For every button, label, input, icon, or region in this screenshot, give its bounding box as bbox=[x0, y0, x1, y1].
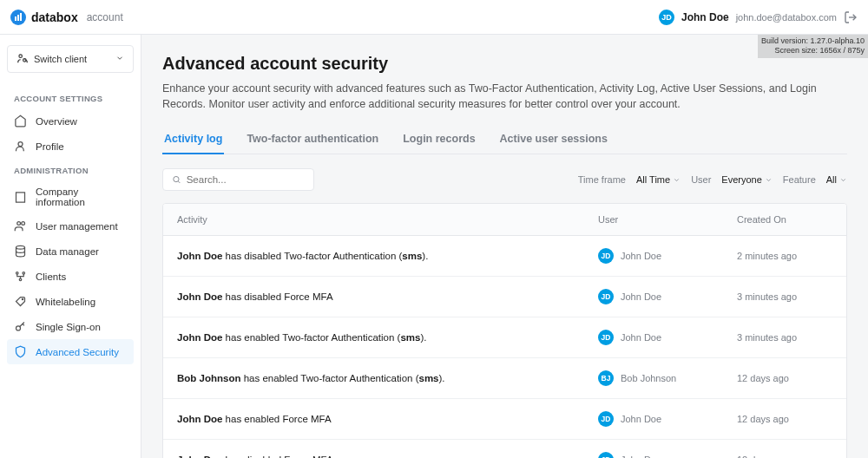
sidebar-item-label: Profile bbox=[36, 141, 64, 152]
table-row: Bob Johnson has enabled Two-factor Authe… bbox=[163, 358, 846, 399]
sidebar-item-label: Single Sign-on bbox=[36, 322, 101, 332]
user-name: John Doe bbox=[681, 11, 729, 23]
svg-rect-7 bbox=[16, 192, 25, 201]
sidebar-item-label: Clients bbox=[36, 272, 66, 282]
page-subhead: Enhance your account security with advan… bbox=[162, 81, 847, 112]
activity-cell: John Doe has disabled Force MFA bbox=[177, 291, 598, 302]
svg-point-4 bbox=[19, 55, 23, 57]
user-cell: JDJohn Doe bbox=[598, 289, 737, 304]
build-version: Build version: 1.27.0-alpha.10 bbox=[761, 36, 865, 46]
sidebar: Switch client ACCOUNT SETTINGS Overview … bbox=[0, 35, 141, 458]
sidebar-item-data-manager[interactable]: Data manager bbox=[7, 239, 134, 264]
avatar: BJ bbox=[598, 370, 614, 386]
sidebar-item-profile[interactable]: Profile bbox=[7, 134, 134, 159]
filter-feature-label: Feature bbox=[783, 174, 816, 185]
sidebar-item-label: Overview bbox=[36, 116, 77, 127]
created-cell: 3 minutes ago bbox=[737, 291, 832, 302]
user-name-cell: John Doe bbox=[621, 251, 661, 261]
controls-row: Time frame All Time User Everyone Featur… bbox=[162, 168, 847, 191]
shield-icon bbox=[14, 345, 27, 358]
sidebar-item-whitelabeling[interactable]: Whitelabeling bbox=[7, 289, 134, 314]
svg-point-18 bbox=[19, 278, 22, 281]
filters: Time frame All Time User Everyone Featur… bbox=[578, 174, 847, 185]
tab-two-factor-authentication[interactable]: Two-factor authentication bbox=[245, 128, 380, 154]
avatar: JD bbox=[598, 248, 614, 264]
svg-rect-2 bbox=[20, 13, 22, 21]
tab-active-user-sessions[interactable]: Active user sessions bbox=[498, 128, 609, 154]
tab-login-records[interactable]: Login records bbox=[401, 128, 477, 154]
tag-icon bbox=[14, 295, 27, 308]
user-name-cell: John Doe bbox=[621, 455, 661, 458]
switch-client-icon bbox=[16, 52, 29, 66]
topbar-user[interactable]: JD John Doe john.doe@databox.com bbox=[659, 10, 858, 25]
sidebar-item-single-sign-on[interactable]: Single Sign-on bbox=[7, 314, 134, 339]
svg-point-16 bbox=[16, 272, 19, 275]
svg-point-19 bbox=[22, 298, 23, 299]
svg-point-13 bbox=[17, 222, 21, 226]
svg-point-17 bbox=[23, 272, 25, 275]
search-input[interactable] bbox=[187, 174, 305, 185]
filter-user-label: User bbox=[691, 174, 711, 185]
user-cell: JDJohn Doe bbox=[598, 330, 737, 345]
switch-client-dropdown[interactable]: Switch client bbox=[7, 45, 134, 73]
chevron-down-icon bbox=[765, 176, 773, 184]
sidebar-item-label: Whitelabeling bbox=[36, 297, 95, 307]
avatar: JD bbox=[598, 289, 614, 304]
created-cell: 12 days ago bbox=[737, 373, 832, 383]
avatar: JD bbox=[598, 411, 614, 427]
table-row: John Doe has enabled Force MFAJDJohn Doe… bbox=[163, 399, 846, 440]
section-account-settings: ACCOUNT SETTINGS bbox=[7, 87, 134, 108]
brand[interactable]: databox account bbox=[10, 10, 123, 25]
chevron-down-icon bbox=[115, 54, 124, 64]
brand-name: databox bbox=[31, 10, 78, 24]
user-email: john.doe@databox.com bbox=[736, 12, 837, 23]
page-title: Advanced account security bbox=[162, 54, 847, 74]
col-activity: Activity bbox=[177, 214, 598, 225]
build-badge: Build version: 1.27.0-alpha.10 Screen si… bbox=[758, 35, 868, 58]
avatar: JD bbox=[598, 452, 614, 458]
tab-activity-log[interactable]: Activity log bbox=[162, 128, 224, 154]
filter-user-value[interactable]: Everyone bbox=[721, 174, 772, 185]
sidebar-item-label: User management bbox=[36, 221, 118, 232]
sidebar-item-user-management[interactable]: User management bbox=[7, 213, 134, 239]
user-cell: JDJohn Doe bbox=[598, 248, 737, 264]
switch-client-label: Switch client bbox=[34, 54, 87, 64]
brand-logo-icon bbox=[10, 10, 26, 25]
user-cell: JDJohn Doe bbox=[598, 452, 737, 458]
svg-rect-1 bbox=[17, 15, 19, 21]
svg-line-22 bbox=[178, 181, 180, 183]
database-icon bbox=[14, 245, 27, 258]
sidebar-item-label: Company information bbox=[36, 186, 127, 207]
sidebar-item-clients[interactable]: Clients bbox=[7, 264, 134, 289]
svg-point-21 bbox=[174, 177, 179, 182]
user-name-cell: John Doe bbox=[621, 332, 661, 343]
search-box[interactable] bbox=[162, 168, 314, 191]
created-cell: 12 days ago bbox=[737, 455, 832, 458]
filter-feature-value[interactable]: All bbox=[826, 174, 847, 185]
sidebar-item-advanced-security[interactable]: Advanced Security bbox=[7, 339, 134, 364]
chevron-down-icon bbox=[839, 176, 847, 184]
svg-point-6 bbox=[18, 142, 23, 147]
activity-cell: John Doe has enabled Two-factor Authenti… bbox=[177, 332, 598, 343]
sidebar-item-company-information[interactable]: Company information bbox=[7, 180, 134, 213]
main-content: Advanced account security Enhance your a… bbox=[141, 35, 868, 458]
building-icon bbox=[14, 191, 27, 204]
created-cell: 12 days ago bbox=[737, 414, 832, 424]
table-row: John Doe has disabled Force MFAJDJohn Do… bbox=[163, 440, 846, 458]
table-header: Activity User Created On bbox=[163, 204, 846, 236]
avatar: JD bbox=[598, 330, 614, 345]
brand-sub: account bbox=[87, 11, 123, 23]
logout-icon[interactable] bbox=[844, 10, 858, 24]
activity-cell: Bob Johnson has enabled Two-factor Authe… bbox=[177, 373, 598, 383]
section-administration: ADMINISTRATION bbox=[7, 159, 134, 180]
filter-timeframe-value[interactable]: All Time bbox=[636, 174, 681, 185]
col-created: Created On bbox=[737, 214, 832, 225]
svg-point-14 bbox=[22, 222, 25, 226]
users-icon bbox=[14, 219, 27, 232]
activity-cell: John Doe has disabled Force MFA bbox=[177, 455, 598, 458]
user-name-cell: John Doe bbox=[621, 291, 661, 302]
tabs: Activity log Two-factor authentication L… bbox=[162, 128, 847, 154]
sidebar-item-overview[interactable]: Overview bbox=[7, 108, 134, 134]
table-row: John Doe has disabled Force MFAJDJohn Do… bbox=[163, 277, 846, 317]
activity-cell: John Doe has enabled Force MFA bbox=[177, 414, 598, 424]
